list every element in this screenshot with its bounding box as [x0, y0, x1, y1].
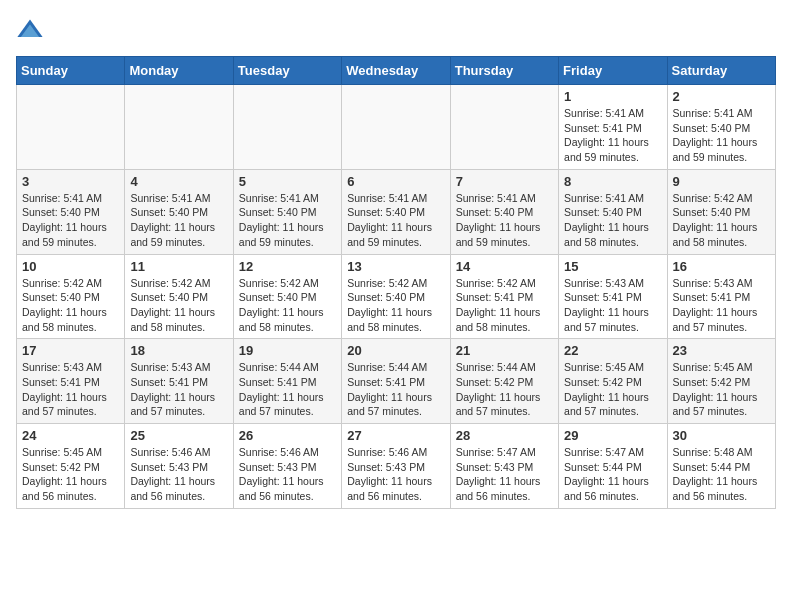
- day-number: 20: [347, 343, 444, 358]
- day-info: Sunrise: 5:46 AMSunset: 5:43 PMDaylight:…: [239, 445, 336, 504]
- calendar-week-row: 10Sunrise: 5:42 AMSunset: 5:40 PMDayligh…: [17, 254, 776, 339]
- calendar-cell: 12Sunrise: 5:42 AMSunset: 5:40 PMDayligh…: [233, 254, 341, 339]
- day-number: 29: [564, 428, 661, 443]
- day-number: 2: [673, 89, 770, 104]
- day-number: 26: [239, 428, 336, 443]
- day-number: 30: [673, 428, 770, 443]
- day-info: Sunrise: 5:42 AMSunset: 5:41 PMDaylight:…: [456, 276, 553, 335]
- day-number: 6: [347, 174, 444, 189]
- day-number: 5: [239, 174, 336, 189]
- day-number: 23: [673, 343, 770, 358]
- day-info: Sunrise: 5:41 AMSunset: 5:40 PMDaylight:…: [673, 106, 770, 165]
- calendar-cell: 4Sunrise: 5:41 AMSunset: 5:40 PMDaylight…: [125, 169, 233, 254]
- calendar-cell: 14Sunrise: 5:42 AMSunset: 5:41 PMDayligh…: [450, 254, 558, 339]
- day-number: 25: [130, 428, 227, 443]
- calendar-cell: [17, 85, 125, 170]
- calendar-cell: 13Sunrise: 5:42 AMSunset: 5:40 PMDayligh…: [342, 254, 450, 339]
- day-info: Sunrise: 5:43 AMSunset: 5:41 PMDaylight:…: [22, 360, 119, 419]
- day-info: Sunrise: 5:42 AMSunset: 5:40 PMDaylight:…: [239, 276, 336, 335]
- calendar-cell: 3Sunrise: 5:41 AMSunset: 5:40 PMDaylight…: [17, 169, 125, 254]
- calendar-cell: 28Sunrise: 5:47 AMSunset: 5:43 PMDayligh…: [450, 424, 558, 509]
- day-info: Sunrise: 5:42 AMSunset: 5:40 PMDaylight:…: [347, 276, 444, 335]
- calendar-header: SundayMondayTuesdayWednesdayThursdayFrid…: [17, 57, 776, 85]
- day-number: 7: [456, 174, 553, 189]
- day-info: Sunrise: 5:46 AMSunset: 5:43 PMDaylight:…: [347, 445, 444, 504]
- day-info: Sunrise: 5:41 AMSunset: 5:41 PMDaylight:…: [564, 106, 661, 165]
- day-info: Sunrise: 5:47 AMSunset: 5:43 PMDaylight:…: [456, 445, 553, 504]
- calendar-cell: 5Sunrise: 5:41 AMSunset: 5:40 PMDaylight…: [233, 169, 341, 254]
- day-number: 12: [239, 259, 336, 274]
- day-info: Sunrise: 5:43 AMSunset: 5:41 PMDaylight:…: [673, 276, 770, 335]
- day-info: Sunrise: 5:43 AMSunset: 5:41 PMDaylight:…: [564, 276, 661, 335]
- calendar-cell: 27Sunrise: 5:46 AMSunset: 5:43 PMDayligh…: [342, 424, 450, 509]
- day-info: Sunrise: 5:41 AMSunset: 5:40 PMDaylight:…: [347, 191, 444, 250]
- day-info: Sunrise: 5:47 AMSunset: 5:44 PMDaylight:…: [564, 445, 661, 504]
- day-number: 24: [22, 428, 119, 443]
- day-number: 28: [456, 428, 553, 443]
- day-info: Sunrise: 5:41 AMSunset: 5:40 PMDaylight:…: [130, 191, 227, 250]
- day-info: Sunrise: 5:42 AMSunset: 5:40 PMDaylight:…: [673, 191, 770, 250]
- day-number: 22: [564, 343, 661, 358]
- day-number: 11: [130, 259, 227, 274]
- day-number: 8: [564, 174, 661, 189]
- calendar-cell: 2Sunrise: 5:41 AMSunset: 5:40 PMDaylight…: [667, 85, 775, 170]
- day-info: Sunrise: 5:43 AMSunset: 5:41 PMDaylight:…: [130, 360, 227, 419]
- weekday-header: Tuesday: [233, 57, 341, 85]
- calendar-cell: 24Sunrise: 5:45 AMSunset: 5:42 PMDayligh…: [17, 424, 125, 509]
- day-info: Sunrise: 5:45 AMSunset: 5:42 PMDaylight:…: [22, 445, 119, 504]
- calendar-cell: 17Sunrise: 5:43 AMSunset: 5:41 PMDayligh…: [17, 339, 125, 424]
- calendar-cell: 20Sunrise: 5:44 AMSunset: 5:41 PMDayligh…: [342, 339, 450, 424]
- day-number: 16: [673, 259, 770, 274]
- day-number: 27: [347, 428, 444, 443]
- calendar-cell: 26Sunrise: 5:46 AMSunset: 5:43 PMDayligh…: [233, 424, 341, 509]
- calendar-cell: 23Sunrise: 5:45 AMSunset: 5:42 PMDayligh…: [667, 339, 775, 424]
- weekday-header: Wednesday: [342, 57, 450, 85]
- calendar-week-row: 1Sunrise: 5:41 AMSunset: 5:41 PMDaylight…: [17, 85, 776, 170]
- day-number: 18: [130, 343, 227, 358]
- calendar-week-row: 17Sunrise: 5:43 AMSunset: 5:41 PMDayligh…: [17, 339, 776, 424]
- calendar-body: 1Sunrise: 5:41 AMSunset: 5:41 PMDaylight…: [17, 85, 776, 509]
- logo: [16, 16, 48, 44]
- calendar-cell: 11Sunrise: 5:42 AMSunset: 5:40 PMDayligh…: [125, 254, 233, 339]
- calendar-cell: 21Sunrise: 5:44 AMSunset: 5:42 PMDayligh…: [450, 339, 558, 424]
- day-number: 19: [239, 343, 336, 358]
- calendar-cell: 16Sunrise: 5:43 AMSunset: 5:41 PMDayligh…: [667, 254, 775, 339]
- day-number: 9: [673, 174, 770, 189]
- calendar-cell: [450, 85, 558, 170]
- day-number: 15: [564, 259, 661, 274]
- day-number: 14: [456, 259, 553, 274]
- calendar-cell: 25Sunrise: 5:46 AMSunset: 5:43 PMDayligh…: [125, 424, 233, 509]
- calendar-cell: 8Sunrise: 5:41 AMSunset: 5:40 PMDaylight…: [559, 169, 667, 254]
- weekday-header: Sunday: [17, 57, 125, 85]
- weekday-row: SundayMondayTuesdayWednesdayThursdayFrid…: [17, 57, 776, 85]
- day-info: Sunrise: 5:41 AMSunset: 5:40 PMDaylight:…: [456, 191, 553, 250]
- day-info: Sunrise: 5:44 AMSunset: 5:41 PMDaylight:…: [347, 360, 444, 419]
- calendar-cell: 18Sunrise: 5:43 AMSunset: 5:41 PMDayligh…: [125, 339, 233, 424]
- calendar-cell: 7Sunrise: 5:41 AMSunset: 5:40 PMDaylight…: [450, 169, 558, 254]
- calendar-cell: 9Sunrise: 5:42 AMSunset: 5:40 PMDaylight…: [667, 169, 775, 254]
- day-number: 4: [130, 174, 227, 189]
- weekday-header: Saturday: [667, 57, 775, 85]
- weekday-header: Friday: [559, 57, 667, 85]
- calendar-week-row: 24Sunrise: 5:45 AMSunset: 5:42 PMDayligh…: [17, 424, 776, 509]
- day-number: 13: [347, 259, 444, 274]
- calendar-table: SundayMondayTuesdayWednesdayThursdayFrid…: [16, 56, 776, 509]
- calendar-cell: 19Sunrise: 5:44 AMSunset: 5:41 PMDayligh…: [233, 339, 341, 424]
- day-number: 3: [22, 174, 119, 189]
- calendar-cell: 1Sunrise: 5:41 AMSunset: 5:41 PMDaylight…: [559, 85, 667, 170]
- day-number: 21: [456, 343, 553, 358]
- day-info: Sunrise: 5:41 AMSunset: 5:40 PMDaylight:…: [564, 191, 661, 250]
- calendar-cell: 15Sunrise: 5:43 AMSunset: 5:41 PMDayligh…: [559, 254, 667, 339]
- calendar-cell: 22Sunrise: 5:45 AMSunset: 5:42 PMDayligh…: [559, 339, 667, 424]
- day-info: Sunrise: 5:46 AMSunset: 5:43 PMDaylight:…: [130, 445, 227, 504]
- logo-icon: [16, 16, 44, 44]
- day-info: Sunrise: 5:41 AMSunset: 5:40 PMDaylight:…: [239, 191, 336, 250]
- day-number: 10: [22, 259, 119, 274]
- weekday-header: Thursday: [450, 57, 558, 85]
- calendar-cell: [233, 85, 341, 170]
- calendar-cell: [125, 85, 233, 170]
- calendar-cell: [342, 85, 450, 170]
- day-info: Sunrise: 5:42 AMSunset: 5:40 PMDaylight:…: [22, 276, 119, 335]
- day-info: Sunrise: 5:45 AMSunset: 5:42 PMDaylight:…: [673, 360, 770, 419]
- weekday-header: Monday: [125, 57, 233, 85]
